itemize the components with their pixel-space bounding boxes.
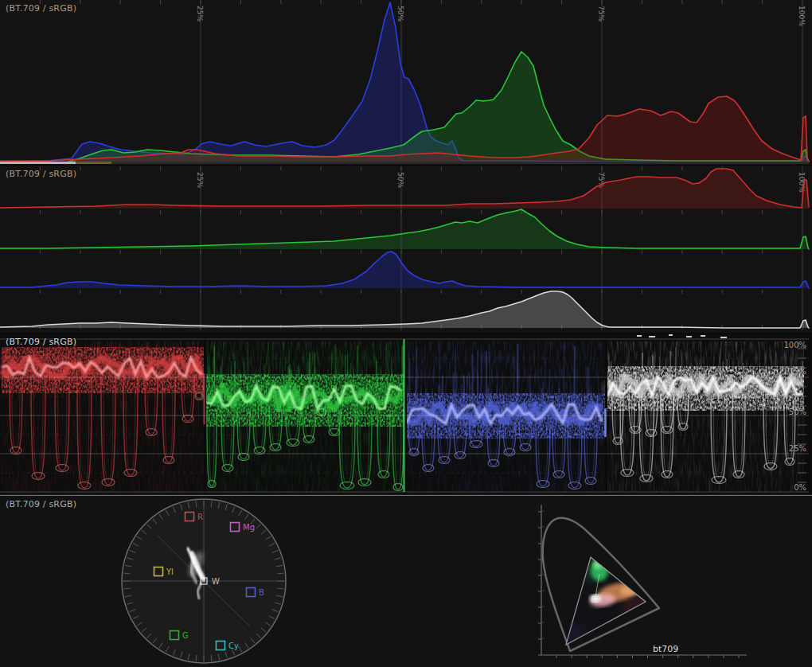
waveform-parade-canvas: 100%75%50%25%0% [0,334,812,496]
svg-text:25%: 25% [196,6,204,21]
svg-text:100%: 100% [783,341,806,349]
svg-text:B: B [259,588,264,597]
colorspace-label: (BT.709 / sRGB) [6,499,76,509]
colorspace-label: (BT.709 / sRGB) [6,169,76,179]
panel-histogram-parade[interactable]: 25%50%75%100% (BT.709 / sRGB) [0,165,812,334]
svg-text:50%: 50% [789,408,806,416]
svg-text:R: R [197,513,203,521]
svg-text:Cy: Cy [228,642,239,650]
histogram-parade-canvas: 25%50%75%100% [0,166,812,334]
svg-text:25%: 25% [789,444,806,453]
svg-text:100%: 100% [798,6,806,26]
panel-vectorscope-cie[interactable]: RMgYlBGCyWbt709 (BT.709 / sRGB) [0,495,812,667]
panel-histogram-overlay[interactable]: 25%50%75%100% (BT.709 / sRGB) [0,0,812,165]
video-scopes-window: 25%50%75%100% (BT.709 / sRGB) 25%50%75%1… [0,0,812,667]
svg-text:Mg: Mg [243,523,255,532]
svg-text:25%: 25% [196,172,204,188]
svg-text:W: W [212,577,220,586]
svg-text:0%: 0% [794,483,806,492]
svg-text:bt709: bt709 [653,644,678,654]
histogram-overlay-canvas: 25%50%75%100% [0,0,812,165]
svg-text:Yl: Yl [166,568,174,576]
svg-text:75%: 75% [597,6,605,21]
svg-text:75%: 75% [789,367,806,376]
colorspace-label: (BT.709 / sRGB) [6,337,76,347]
colorspace-label: (BT.709 / sRGB) [6,3,76,14]
svg-text:50%: 50% [396,6,404,21]
panel-waveform-parade[interactable]: 100%75%50%25%0% (BT.709 / sRGB) [0,333,812,496]
svg-text:G: G [182,631,189,640]
svg-text:50%: 50% [396,172,404,188]
vectorscope-cie-canvas: RMgYlBGCyWbt709 [0,496,812,667]
